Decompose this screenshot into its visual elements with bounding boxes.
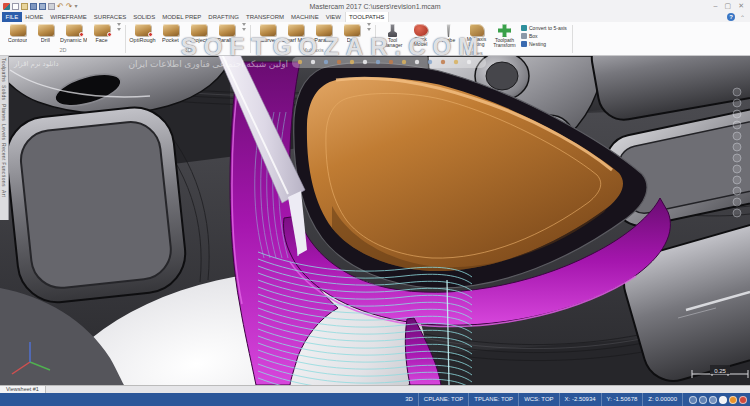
redo-icon[interactable]: ↷ — [66, 3, 73, 10]
button-probe[interactable]: Probe — [435, 23, 462, 43]
ribbon-toolpaths-pane: Contour Drill Dynamic Mill Face 2D — [0, 22, 750, 56]
status-circle — [689, 396, 697, 404]
tab-file[interactable]: FILE — [2, 12, 22, 22]
button-stock-model[interactable]: Stock Model — [407, 23, 434, 48]
status-circle — [739, 396, 747, 404]
new-feature-badge — [148, 32, 153, 37]
gallery-scroll-3d[interactable] — [241, 23, 247, 31]
box-icon — [521, 33, 527, 39]
button-drill-2d[interactable]: Drill — [32, 23, 59, 43]
gallery-scroll-2d[interactable] — [116, 23, 122, 31]
tab-transform[interactable]: TRANSFORM — [243, 12, 288, 22]
nesting-icon — [521, 41, 527, 47]
button-project[interactable]: Project — [185, 23, 212, 43]
button-parallel-multiaxis[interactable]: Parallel — [310, 23, 337, 43]
face-icon — [94, 24, 110, 36]
button-convert-to-5axis[interactable]: Convert to 5-axis — [521, 25, 567, 31]
maximize-button[interactable]: ▢ — [725, 2, 732, 10]
tab-machine[interactable]: MACHINE — [288, 12, 323, 22]
window-title: Mastercam 2017 C:\users\revision1.mcam — [0, 3, 750, 10]
button-drill-multiaxis[interactable]: Drill — [338, 23, 365, 43]
open-file-icon[interactable] — [21, 3, 28, 10]
status-cplane[interactable]: CPLANE: TOP — [419, 393, 469, 406]
button-nesting[interactable]: Nesting — [521, 41, 567, 47]
panel-tab-art[interactable]: Art — [1, 190, 7, 197]
collapse-ribbon-icon[interactable]: ⌃ — [740, 14, 745, 21]
ribbon-tab-bar: FILE HOME WIREFRAME SURFACES SOLIDS MODE… — [0, 12, 750, 22]
panel-tab-planes[interactable]: Planes — [1, 104, 7, 121]
graphics-viewport[interactable]: 0.25 اولین شبکه اجتماعی فناوری اطلاعات ا… — [0, 56, 750, 385]
button-parallel-3d[interactable]: Parallel — [213, 23, 240, 43]
multiaxis-linking-icon — [470, 24, 484, 36]
new-feature-badge — [107, 32, 112, 37]
tab-drafting[interactable]: DRAFTING — [205, 12, 243, 22]
button-toolpath-transform[interactable]: Toolpath Transform — [491, 23, 518, 49]
tab-solids[interactable]: SOLIDS — [130, 12, 159, 22]
panel-tab-toolpaths[interactable]: Toolpaths — [1, 58, 7, 82]
status-tplane[interactable]: TPLANE: TOP — [469, 393, 519, 406]
title-bar: ↶ ↷ ▾ Mastercam 2017 C:\users\revision1.… — [0, 0, 750, 12]
window-controls: – ▢ ✕ — [714, 2, 750, 10]
drill-icon — [38, 24, 54, 36]
tab-view[interactable]: VIEW — [322, 12, 344, 22]
drill-multiaxis-icon — [344, 24, 360, 36]
panel-tab-levels[interactable]: Levels — [1, 124, 7, 140]
button-pocket[interactable]: Pocket — [157, 23, 184, 43]
close-button[interactable]: ✕ — [738, 2, 744, 10]
viewsheet-tab[interactable]: Viewsheet #1 — [0, 386, 46, 393]
group-label-multiaxis: Multiaxis — [254, 46, 372, 55]
button-contour[interactable]: Contour — [4, 23, 31, 43]
left-panel-tab-strip: Toolpaths Solids Planes Levels Recent Fu… — [0, 56, 9, 220]
button-multiaxis-linking[interactable]: Multiaxis Linking — [463, 23, 490, 48]
status-wcs[interactable]: WCS: TOP — [519, 393, 559, 406]
dynamic-mill-icon — [66, 24, 82, 36]
status-circle — [709, 396, 717, 404]
ribbon-group-2d: Contour Drill Dynamic Mill Face 2D — [2, 23, 124, 55]
button-curve[interactable]: Curve — [254, 23, 281, 43]
button-tool-manager[interactable]: Tool Manager — [379, 23, 406, 49]
gallery-scroll-multiaxis[interactable] — [366, 23, 372, 31]
minimize-button[interactable]: – — [714, 2, 718, 10]
save-all-icon[interactable] — [39, 3, 46, 10]
curve-icon — [260, 24, 276, 36]
button-face[interactable]: Face — [88, 23, 115, 43]
tab-surfaces[interactable]: SURFACES — [90, 12, 129, 22]
group-separator — [125, 25, 126, 53]
tab-toolpaths[interactable]: TOOLPATHS — [345, 12, 389, 22]
status-z-coordinate: Z: 0.00000 — [643, 393, 683, 406]
group-separator — [250, 25, 251, 53]
status-circle — [719, 396, 727, 404]
status-circle — [699, 396, 707, 404]
stock-model-icon — [414, 24, 428, 36]
status-circle — [729, 396, 737, 404]
ribbon-group-3d: OptiRough Pocket Project Parallel 3D — [127, 23, 249, 55]
tab-wireframe[interactable]: WIREFRAME — [47, 12, 91, 22]
ribbon-extras: ? ⌃ — [727, 12, 750, 22]
viewport-scene: 0.25 اولین شبکه اجتماعی فناوری اطلاعات ا… — [0, 56, 750, 385]
button-box[interactable]: Box — [521, 33, 567, 39]
print-icon[interactable] — [48, 3, 55, 10]
group-separator — [375, 25, 376, 53]
pocket-icon — [163, 24, 179, 36]
tab-home[interactable]: HOME — [22, 12, 47, 22]
button-dynamic-mill[interactable]: Dynamic Mill — [60, 23, 87, 43]
button-swarf-milling[interactable]: Swarf Milli... — [282, 23, 309, 43]
optirough-icon — [135, 24, 151, 36]
panel-tab-recent-functions[interactable]: Recent Functions — [1, 143, 7, 187]
panel-tab-solids[interactable]: Solids — [1, 85, 7, 100]
undo-icon[interactable]: ↶ — [57, 3, 64, 10]
status-mode-toggle[interactable]: 3D — [400, 393, 419, 406]
group-separator — [572, 25, 573, 53]
new-file-icon[interactable] — [12, 3, 19, 10]
tab-model-prep[interactable]: MODEL PREP — [159, 12, 205, 22]
button-optirough[interactable]: OptiRough — [129, 23, 156, 43]
mastercam-logo-icon[interactable] — [3, 3, 10, 10]
contour-icon — [10, 24, 26, 36]
qat-customize-icon[interactable]: ▾ — [74, 3, 77, 10]
ribbon-group-utilities: Tool Manager Stock Model Probe Multiaxis… — [377, 23, 571, 55]
scale-label: 0.25 — [714, 368, 726, 374]
help-icon[interactable]: ? — [727, 13, 735, 21]
save-icon[interactable] — [30, 3, 37, 10]
status-x-coordinate: X: -2.50934 — [560, 393, 602, 406]
status-bar: 3D CPLANE: TOP TPLANE: TOP WCS: TOP X: -… — [0, 393, 750, 406]
